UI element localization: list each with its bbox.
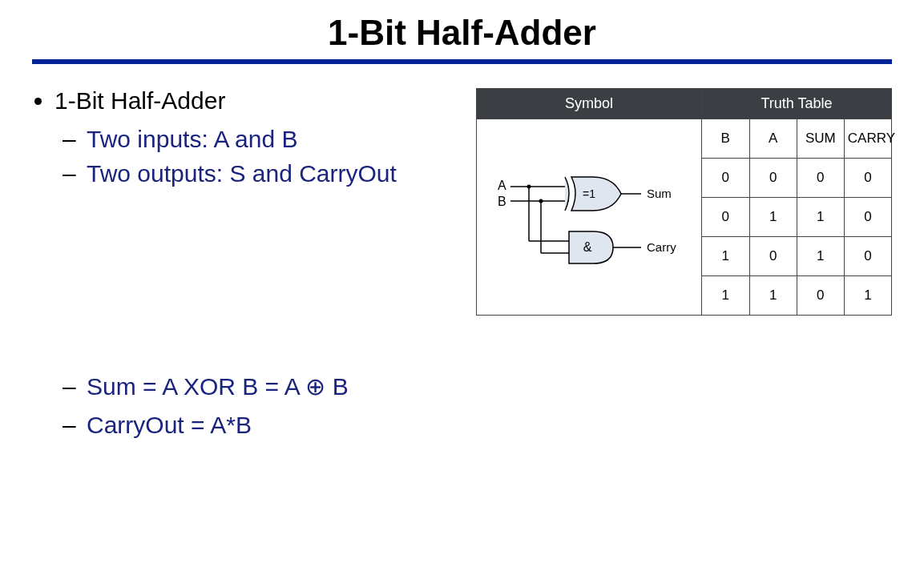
slide: 1-Bit Half-Adder 1-Bit Half-Adder Two in…	[0, 0, 924, 575]
cell: 0	[844, 198, 891, 237]
equation-bullet-list: Sum = A XOR B = A ⊕ B CarryOut = A*B	[32, 368, 468, 444]
cell: 1	[702, 276, 749, 316]
table-row: 0 1 1 0	[702, 198, 892, 237]
sub-bullet-list: Two inputs: A and B Two outputs: S and C…	[54, 122, 468, 191]
symbol-body: A B	[477, 119, 701, 315]
top-bullet-list: 1-Bit Half-Adder Two inputs: A and B Two…	[32, 83, 468, 191]
xor-gate-label: =1	[583, 187, 595, 200]
col-header: B	[702, 119, 749, 159]
table-row: 0 0 0 0	[702, 159, 892, 198]
truth-table-body: 0 0 0 0 0 1 1 0 1 0	[702, 159, 892, 316]
cell: 0	[749, 237, 797, 276]
equation-bullet: CarryOut = A*B	[63, 406, 468, 444]
label-sum: Sum	[647, 187, 672, 200]
truth-table-header: Truth Table	[702, 89, 892, 119]
symbol-column: Symbol A B	[477, 89, 702, 316]
truth-table-column: Truth Table B A SUM CARRY 0 0	[702, 89, 892, 316]
cell: 0	[797, 159, 844, 198]
label-b: B	[498, 195, 506, 208]
cell: 0	[844, 159, 891, 198]
cell: 0	[749, 159, 797, 198]
col-header: SUM	[797, 119, 844, 159]
cell: 1	[797, 237, 844, 276]
main-bullet-text: 1-Bit Half-Adder	[54, 87, 225, 114]
col-header: CARRY	[844, 119, 891, 159]
equation-bullet: Sum = A XOR B = A ⊕ B	[63, 368, 468, 406]
right-panel: Symbol A B	[476, 88, 892, 316]
label-carry: Carry	[647, 240, 676, 254]
cell: 1	[797, 198, 844, 237]
left-text-column: 1-Bit Half-Adder Two inputs: A and B Two…	[32, 83, 468, 468]
cell: 1	[702, 237, 749, 276]
table-row: 1 0 1 0	[702, 237, 892, 276]
cell: 1	[749, 276, 797, 316]
cell: 1	[844, 276, 891, 316]
symbol-header: Symbol	[477, 89, 701, 119]
sub-bullet: Two outputs: S and CarryOut	[63, 156, 468, 191]
table-header-row: B A SUM CARRY	[702, 119, 892, 159]
content-row: 1-Bit Half-Adder Two inputs: A and B Two…	[32, 83, 892, 468]
main-bullet: 1-Bit Half-Adder Two inputs: A and B Two…	[54, 83, 468, 191]
cell: 0	[844, 237, 891, 276]
page-title: 1-Bit Half-Adder	[32, 13, 892, 53]
cell: 0	[702, 198, 749, 237]
cell: 0	[702, 159, 749, 198]
col-header: A	[749, 119, 797, 159]
truth-table: B A SUM CARRY 0 0 0 0	[702, 119, 892, 316]
table-row: 1 1 0 1	[702, 276, 892, 316]
sub-bullet: Two inputs: A and B	[63, 122, 468, 157]
half-adder-diagram: A B	[493, 153, 685, 281]
title-divider	[32, 59, 892, 64]
label-a: A	[498, 179, 506, 192]
cell: 0	[797, 276, 844, 316]
cell: 1	[749, 198, 797, 237]
and-gate-label: &	[583, 240, 592, 254]
